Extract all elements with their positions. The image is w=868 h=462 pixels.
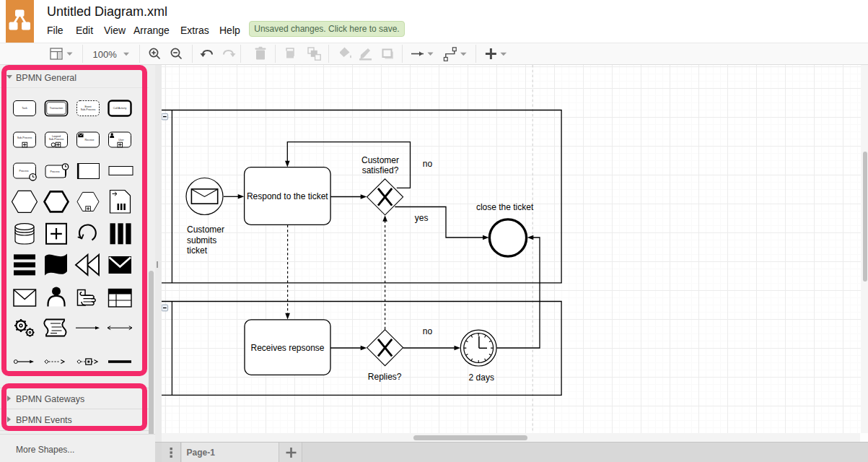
svg-text:Sub-Process: Sub-Process: [17, 136, 32, 139]
svg-text:close the ticket: close the ticket: [476, 202, 534, 212]
svg-text:Receive: Receive: [85, 139, 95, 141]
svg-text:Process: Process: [19, 170, 29, 173]
svg-text:Sub-Process: Sub-Process: [81, 108, 96, 111]
svg-text:no: no: [423, 326, 433, 336]
svg-text:submits: submits: [187, 235, 216, 245]
svg-text:yes: yes: [415, 213, 429, 223]
svg-text:100%: 100%: [93, 49, 118, 60]
svg-text:Replies?: Replies?: [368, 372, 402, 382]
svg-text:Process: Process: [51, 170, 60, 173]
svg-text:Sub-Process: Sub-Process: [49, 138, 64, 141]
svg-text:Respond to the ticket: Respond to the ticket: [247, 191, 328, 201]
svg-text:Call Activity: Call Activity: [113, 107, 127, 110]
svg-text:Transaction: Transaction: [50, 107, 63, 110]
svg-text:Customer: Customer: [361, 155, 399, 165]
svg-text:no: no: [423, 159, 433, 169]
svg-text:ticket: ticket: [187, 245, 208, 256]
svg-text:Customer: Customer: [187, 225, 224, 235]
svg-text:Task: Task: [22, 107, 27, 110]
svg-text:2 days: 2 days: [469, 372, 494, 383]
svg-text:Receives repsonse: Receives repsonse: [250, 343, 324, 353]
svg-text:User: User: [118, 139, 124, 141]
svg-text:satisfied?: satisfied?: [362, 165, 399, 175]
